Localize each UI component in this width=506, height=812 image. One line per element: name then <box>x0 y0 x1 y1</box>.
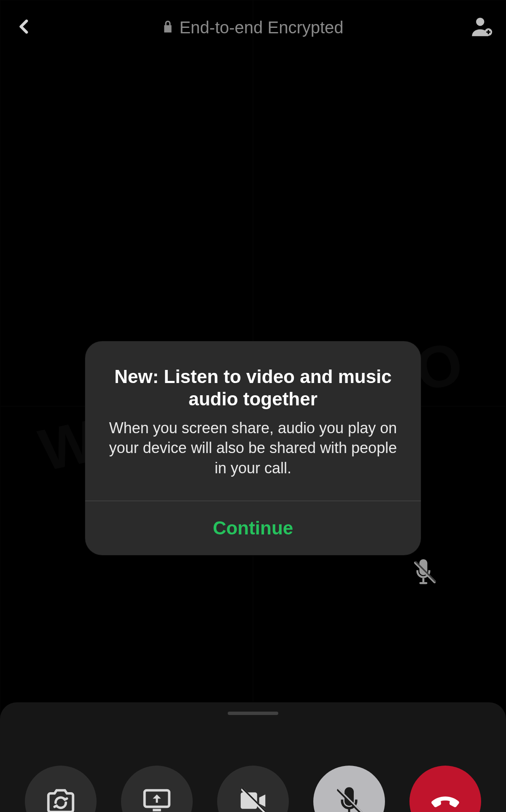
feature-announcement-modal: New: Listen to video and music audio tog… <box>85 341 421 555</box>
feature-modal-backdrop: New: Listen to video and music audio tog… <box>0 0 506 812</box>
continue-button[interactable]: Continue <box>85 501 421 555</box>
video-call-screen: WABETAINFO End-to-end Encrypted <box>0 0 506 812</box>
modal-body-text: When you screen share, audio you play on… <box>106 418 400 478</box>
modal-title: New: Listen to video and music audio tog… <box>106 366 400 410</box>
